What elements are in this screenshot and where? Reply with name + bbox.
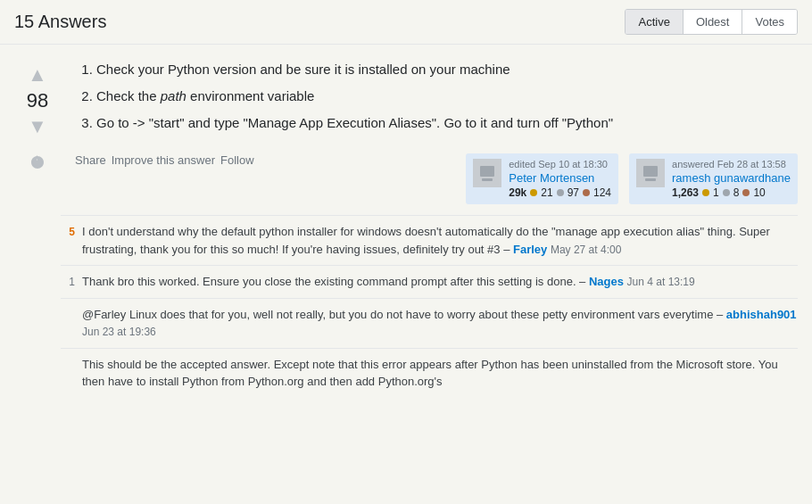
comment-1-user[interactable]: Farley (513, 243, 547, 256)
editor-info: edited Sep 10 at 18:30 Peter Mortensen 2… (509, 159, 611, 199)
answerer-rep: 1,263 (672, 186, 699, 199)
answer-content: Check your Python version and be sure it… (61, 59, 798, 215)
answerer-silver-badge (723, 189, 730, 196)
svg-rect-4 (643, 166, 658, 177)
comment-1-vote[interactable]: 5 (61, 223, 75, 240)
comment-3-body: @Farley Linux does that for you, well no… (82, 306, 798, 341)
answer-item-3: Go to -> "start" and type "Manage App Ex… (96, 112, 798, 134)
answer-block: ▲ 98 ▼ Check your Python version and be … (0, 45, 812, 215)
editor-bronze-badge (583, 189, 590, 196)
answerer-bronze-badge (742, 189, 750, 196)
vote-column: ▲ 98 ▼ (14, 59, 61, 215)
answerer-action-label: answered Feb 28 at 13:58 (672, 159, 791, 169)
comment-4-body: This should be the accepted answer. Exce… (82, 356, 798, 391)
comments-section: 5 I don't understand why the default pyt… (0, 216, 812, 391)
editor-gold-count: 21 (541, 186, 552, 199)
comment-2-vote[interactable]: 1 (61, 273, 75, 290)
answerer-gold-count: 1 (713, 186, 719, 199)
editor-action-label: edited Sep 10 at 18:30 (509, 159, 611, 169)
comment-3-vote (61, 306, 75, 307)
editor-avatar (473, 159, 501, 187)
svg-rect-5 (645, 178, 656, 181)
answerer-avatar (636, 159, 665, 187)
comment-2-time: Jun 4 at 13:19 (627, 276, 695, 288)
editor-silver-count: 97 (568, 186, 579, 199)
comment-4: This should be the accepted answer. Exce… (61, 349, 798, 391)
comment-2-body: Thank bro this worked. Ensure you close … (82, 273, 798, 291)
comment-4-vote (61, 356, 75, 357)
editor-card: edited Sep 10 at 18:30 Peter Mortensen 2… (466, 153, 618, 204)
user-cards: edited Sep 10 at 18:30 Peter Mortensen 2… (466, 153, 798, 204)
answerer-card: answered Feb 28 at 13:58 ramesh gunaward… (629, 153, 798, 204)
vote-down-button[interactable]: ▼ (21, 114, 54, 139)
editor-gold-badge (530, 189, 537, 196)
answerer-bronze-count: 10 (753, 186, 765, 199)
answers-header: 15 Answers Active Oldest Votes (0, 0, 812, 45)
follow-link[interactable]: Follow (220, 153, 254, 167)
editor-rep: 29k (509, 186, 526, 199)
answer-item-2: Check the path environment variable (96, 86, 798, 107)
answerer-gold-badge (702, 189, 709, 196)
sort-tab-oldest[interactable]: Oldest (684, 10, 743, 34)
action-bar: Share Improve this answer Follow edited … (75, 146, 798, 215)
upvote-icon: ▲ (28, 63, 47, 87)
improve-link[interactable]: Improve this answer (112, 153, 215, 167)
answerer-rep-row: 1,263 1 8 10 (672, 186, 791, 199)
comment-2-user[interactable]: Nages (589, 275, 624, 288)
history-button[interactable] (25, 150, 50, 175)
comment-3-user[interactable]: abhishah901 (726, 308, 797, 321)
downvote-icon: ▼ (28, 115, 47, 138)
share-link[interactable]: Share (75, 153, 106, 167)
svg-rect-2 (482, 178, 493, 181)
svg-rect-1 (480, 166, 494, 177)
editor-silver-badge (557, 189, 564, 196)
comment-1-body: I don't understand why the default pytho… (82, 223, 798, 258)
answerer-info: answered Feb 28 at 13:58 ramesh gunaward… (672, 159, 791, 199)
page-container: 15 Answers Active Oldest Votes ▲ 98 ▼ (0, 0, 812, 391)
answerer-silver-count: 8 (733, 186, 740, 199)
answer-item-1: Check your Python version and be sure it… (96, 59, 798, 80)
answer-body: Check your Python version and be sure it… (75, 59, 798, 134)
vote-count: 98 (27, 91, 48, 111)
editor-name[interactable]: Peter Mortensen (509, 171, 611, 185)
answers-title: 15 Answers (14, 12, 106, 32)
comment-1-time: May 27 at 4:00 (551, 244, 621, 256)
comment-3-time: Jun 23 at 19:36 (82, 326, 156, 338)
sort-tab-votes[interactable]: Votes (742, 10, 797, 34)
editor-bronze-count: 124 (593, 186, 611, 199)
comment-1: 5 I don't understand why the default pyt… (61, 216, 798, 266)
sort-tabs: Active Oldest Votes (625, 9, 798, 35)
sort-tab-active[interactable]: Active (626, 10, 683, 34)
vote-up-button[interactable]: ▲ (21, 62, 54, 87)
action-links: Share Improve this answer Follow (75, 153, 254, 167)
comment-2: 1 Thank bro this worked. Ensure you clos… (61, 266, 798, 299)
answerer-name[interactable]: ramesh gunawardhane (672, 171, 791, 185)
comment-3: @Farley Linux does that for you, well no… (61, 299, 798, 349)
editor-rep-row: 29k 21 97 124 (509, 186, 611, 199)
